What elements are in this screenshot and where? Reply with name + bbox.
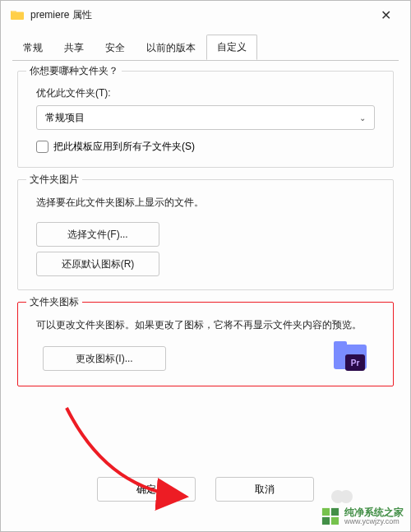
watermark-ghost-icon	[331, 490, 364, 508]
ok-button[interactable]: 确定	[97, 477, 196, 502]
group-folder-icon: 文件夹图标 可以更改文件夹图标。如果更改了图标，它将不再显示文件夹内容的预览。 …	[17, 302, 394, 386]
svg-rect-0	[322, 508, 330, 516]
titlebar: premiere 属性 ✕	[1, 1, 410, 29]
watermark-logo-icon	[321, 507, 339, 525]
tabstrip: 常规 共享 安全 以前的版本 自定义	[1, 29, 410, 60]
group-legend-folder-type: 你想要哪种文件夹？	[26, 64, 122, 78]
folder-icon	[11, 8, 24, 21]
tab-customize[interactable]: 自定义	[206, 35, 257, 60]
optimize-label: 优化此文件夹(T):	[36, 86, 381, 100]
properties-dialog: premiere 属性 ✕ 常规 共享 安全 以前的版本 自定义 你想要哪种文件…	[0, 0, 411, 532]
cancel-button[interactable]: 取消	[215, 477, 314, 502]
group-legend-folder-icon: 文件夹图标	[26, 295, 82, 309]
close-icon: ✕	[381, 7, 391, 23]
folder-icon-desc: 可以更改文件夹图标。如果更改了图标，它将不再显示文件夹内容的预览。	[36, 317, 381, 333]
group-folder-picture: 文件夹图片 选择要在此文件夹图标上显示的文件。 选择文件(F)... 还原默认图…	[17, 179, 394, 290]
group-folder-type: 你想要哪种文件夹？ 优化此文件夹(T): 常规项目 ⌄ 把此模板应用到所有子文件…	[17, 71, 394, 168]
tab-general[interactable]: 常规	[12, 35, 53, 60]
premiere-folder-icon: Pr	[334, 340, 367, 372]
close-button[interactable]: ✕	[367, 2, 404, 27]
window-title: premiere 属性	[30, 8, 92, 22]
tab-content: 你想要哪种文件夹？ 优化此文件夹(T): 常规项目 ⌄ 把此模板应用到所有子文件…	[1, 61, 410, 406]
apply-subfolders-label: 把此模板应用到所有子文件夹(S)	[53, 140, 195, 154]
svg-rect-1	[331, 508, 339, 516]
tab-previous-versions[interactable]: 以前的版本	[136, 35, 206, 60]
tab-security[interactable]: 安全	[95, 35, 136, 60]
apply-subfolders-checkbox[interactable]	[36, 141, 48, 153]
tab-sharing[interactable]: 共享	[53, 35, 95, 60]
chevron-down-icon: ⌄	[359, 113, 366, 123]
svg-rect-3	[331, 517, 339, 525]
watermark: 纯净系统之家 www.ycwjzy.com	[321, 507, 404, 526]
apply-subfolders-row[interactable]: 把此模板应用到所有子文件夹(S)	[36, 140, 381, 154]
choose-file-button[interactable]: 选择文件(F)...	[36, 222, 159, 247]
folder-picture-desc: 选择要在此文件夹图标上显示的文件。	[36, 195, 381, 210]
watermark-url: www.ycwjzy.com	[344, 518, 404, 526]
restore-default-button[interactable]: 还原默认图标(R)	[36, 252, 159, 276]
optimize-select[interactable]: 常规项目 ⌄	[36, 105, 375, 130]
change-icon-button[interactable]: 更改图标(I)...	[43, 346, 166, 371]
group-legend-folder-picture: 文件夹图片	[26, 173, 82, 187]
optimize-select-value: 常规项目	[45, 111, 85, 125]
svg-rect-2	[322, 517, 330, 525]
